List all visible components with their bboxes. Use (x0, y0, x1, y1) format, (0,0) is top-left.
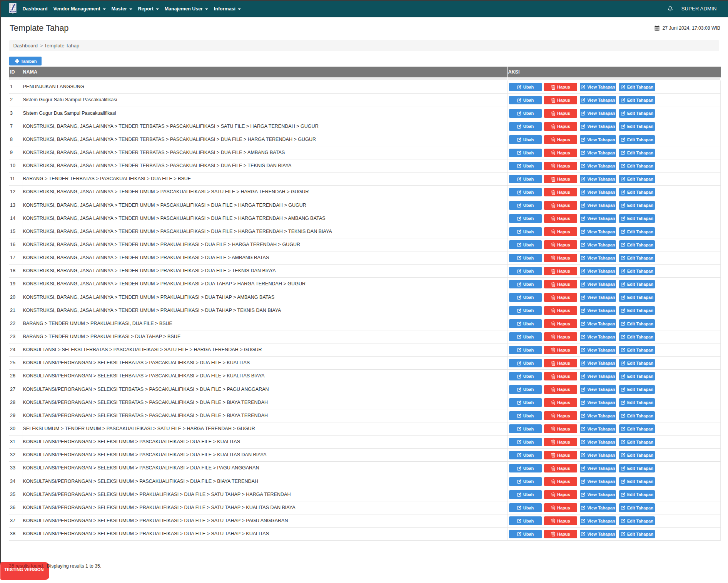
svg-text:NIER: NIER (11, 11, 15, 12)
